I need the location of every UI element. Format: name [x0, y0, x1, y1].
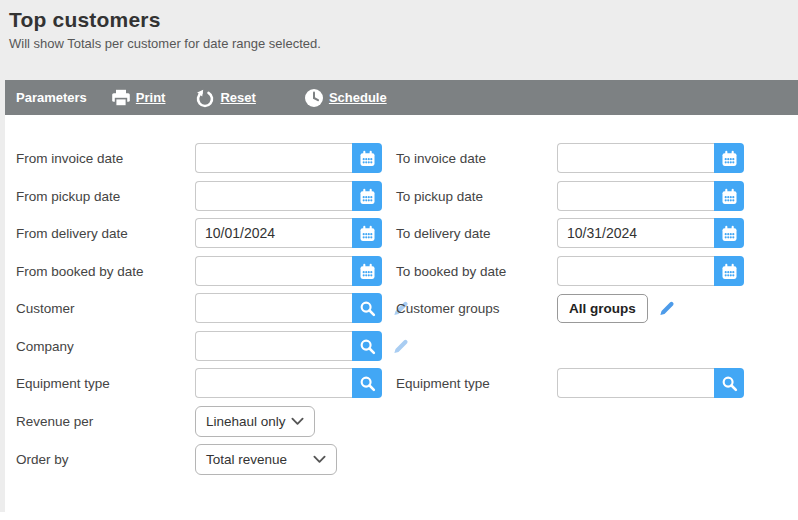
- to-invoice-date-input[interactable]: [557, 143, 714, 173]
- calendar-button[interactable]: [714, 256, 744, 286]
- calendar-button[interactable]: [714, 143, 744, 173]
- to-pickup-date-input[interactable]: [557, 181, 714, 211]
- calendar-icon: [721, 188, 738, 205]
- parameters-label: Parameters: [16, 90, 87, 105]
- field-label: Equipment type: [16, 376, 195, 391]
- calendar-icon: [359, 225, 376, 242]
- form-row-from-invoice-date: From invoice date: [16, 143, 382, 173]
- print-label: Print: [136, 90, 166, 105]
- from-invoice-date-input[interactable]: [195, 143, 352, 173]
- from-booked-by-date-input[interactable]: [195, 256, 352, 286]
- schedule-label: Schedule: [329, 90, 387, 105]
- to-delivery-date-input[interactable]: [557, 218, 714, 248]
- form-row-equipment-type: Equipment type: [16, 368, 382, 398]
- form-row-order-by: Order by Total revenue: [16, 444, 337, 474]
- company-search-button[interactable]: [352, 331, 382, 361]
- reset-button[interactable]: Reset: [195, 88, 255, 108]
- search-icon: [359, 300, 376, 317]
- company-input[interactable]: [195, 331, 352, 361]
- reset-label: Reset: [220, 90, 255, 105]
- calendar-icon: [721, 225, 738, 242]
- calendar-button[interactable]: [714, 181, 744, 211]
- from-pickup-date-input[interactable]: [195, 181, 352, 211]
- company-edit-pencil-icon[interactable]: [391, 337, 410, 356]
- equipment-type-input[interactable]: [195, 368, 352, 398]
- all-groups-button[interactable]: All groups: [557, 294, 648, 323]
- form-row-to-invoice-date: To invoice date: [396, 143, 744, 173]
- search-icon: [359, 338, 376, 355]
- parameters-toolbar: Parameters Print Reset Sch: [5, 80, 798, 115]
- field-label: From pickup date: [16, 189, 195, 204]
- calendar-icon: [359, 150, 376, 167]
- page-title: Top customers: [9, 8, 798, 32]
- field-label: Revenue per: [16, 414, 195, 429]
- field-label: To booked by date: [396, 264, 557, 279]
- field-label: To pickup date: [396, 189, 557, 204]
- calendar-icon: [721, 263, 738, 280]
- form-row-customer: Customer: [16, 293, 410, 323]
- customer-groups-edit-pencil-icon[interactable]: [657, 299, 676, 318]
- page-header: Top customers Will show Totals per custo…: [0, 0, 798, 80]
- chevron-down-icon: [291, 417, 304, 426]
- to-booked-by-date-input[interactable]: [557, 256, 714, 286]
- form-row-from-delivery-date: From delivery date: [16, 218, 382, 248]
- equipment-type-search-button[interactable]: [352, 368, 382, 398]
- field-label: Customer: [16, 301, 195, 316]
- field-label: Customer groups: [396, 301, 557, 316]
- form-row-to-booked-by-date: To booked by date: [396, 256, 744, 286]
- printer-icon: [111, 89, 131, 107]
- calendar-button[interactable]: [352, 256, 382, 286]
- chevron-down-icon: [313, 455, 326, 464]
- calendar-icon: [359, 263, 376, 280]
- form-row-to-delivery-date: To delivery date: [396, 218, 744, 248]
- field-label: To invoice date: [396, 151, 557, 166]
- field-label: From delivery date: [16, 226, 195, 241]
- order-by-value: Total revenue: [206, 452, 287, 467]
- equipment-type-2-search-button[interactable]: [714, 368, 744, 398]
- revenue-per-value: Linehaul only: [206, 414, 286, 429]
- page-subtitle: Will show Totals per customer for date r…: [9, 36, 798, 51]
- from-delivery-date-input[interactable]: [195, 218, 352, 248]
- calendar-button[interactable]: [714, 218, 744, 248]
- equipment-type-2-input[interactable]: [557, 368, 714, 398]
- search-icon: [359, 375, 376, 392]
- form-row-revenue-per: Revenue per Linehaul only: [16, 406, 315, 436]
- form-row-company: Company: [16, 331, 410, 361]
- field-label: From invoice date: [16, 151, 195, 166]
- customer-search-button[interactable]: [352, 293, 382, 323]
- form-row-customer-groups: Customer groups All groups: [396, 293, 676, 323]
- left-margin-strip: [0, 80, 5, 512]
- schedule-button[interactable]: Schedule: [304, 88, 387, 108]
- calendar-button[interactable]: [352, 143, 382, 173]
- field-label: Company: [16, 339, 195, 354]
- order-by-select[interactable]: Total revenue: [195, 444, 337, 475]
- search-icon: [721, 375, 738, 392]
- calendar-icon: [359, 188, 376, 205]
- form-row-to-pickup-date: To pickup date: [396, 181, 744, 211]
- form-row-from-booked-by-date: From booked by date: [16, 256, 382, 286]
- calendar-icon: [721, 150, 738, 167]
- form-row-equipment-type-2: Equipment type: [396, 368, 744, 398]
- print-button[interactable]: Print: [111, 89, 166, 107]
- clock-icon: [304, 88, 324, 108]
- field-label: Equipment type: [396, 376, 557, 391]
- form-row-from-pickup-date: From pickup date: [16, 181, 382, 211]
- field-label: Order by: [16, 452, 195, 467]
- revenue-per-select[interactable]: Linehaul only: [195, 406, 315, 437]
- reset-icon: [195, 88, 215, 108]
- calendar-button[interactable]: [352, 181, 382, 211]
- calendar-button[interactable]: [352, 218, 382, 248]
- customer-input[interactable]: [195, 293, 352, 323]
- field-label: To delivery date: [396, 226, 557, 241]
- field-label: From booked by date: [16, 264, 195, 279]
